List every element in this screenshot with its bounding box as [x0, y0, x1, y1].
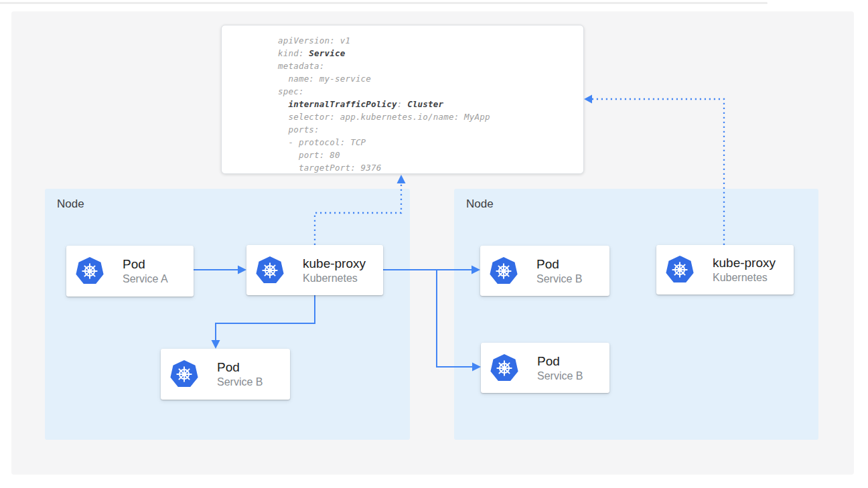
card-subtitle: Service B [536, 272, 582, 286]
yaml-line: targetPort: 9376 [278, 161, 583, 174]
node-label: Node [466, 197, 494, 211]
card-title: kube-proxy [713, 255, 776, 270]
yaml-line: selector: app.kubernetes.io/name: MyApp [278, 110, 583, 123]
yaml-line: name: my-service [278, 72, 583, 85]
card-subtitle: Kubernetes [713, 270, 776, 284]
card-subtitle: Service A [123, 272, 168, 286]
card-subtitle: Service B [537, 369, 583, 383]
pod-card-service-a: Pod Service A [66, 246, 194, 297]
kubernetes-icon [169, 359, 199, 389]
yaml-line: kind: Service [278, 47, 583, 60]
diagram-canvas: apiVersion: v1 kind: Service metadata: n… [0, 0, 868, 488]
yaml-line: apiVersion: v1 [278, 34, 583, 47]
node-left: Node [45, 189, 410, 440]
kubernetes-icon [490, 353, 519, 383]
card-title: kube-proxy [303, 256, 366, 271]
kubernetes-icon [75, 256, 104, 286]
card-title: Pod [123, 256, 168, 272]
top-divider [0, 2, 768, 4]
card-subtitle: Kubernetes [303, 271, 366, 285]
kubernetes-icon [489, 256, 518, 286]
card-title: Pod [536, 256, 582, 272]
card-title: Pod [537, 353, 583, 369]
service-yaml-code-block: apiVersion: v1 kind: Service metadata: n… [221, 25, 584, 174]
pod-card-service-b-right-bottom: Pod Service B [481, 343, 609, 393]
card-title: Pod [217, 359, 263, 375]
pod-card-service-b-right-top: Pod Service B [480, 246, 609, 296]
yaml-line-internal-traffic-policy: internalTrafficPolicy: Cluster [278, 98, 583, 110]
yaml-line: - protocol: TCP [278, 136, 583, 149]
yaml-line: spec: [278, 85, 583, 98]
kubernetes-icon [665, 255, 695, 284]
card-subtitle: Service B [217, 375, 263, 389]
kube-proxy-card-right: kube-proxy Kubernetes [656, 245, 794, 295]
kubernetes-icon [255, 256, 285, 285]
node-label: Node [57, 197, 84, 211]
yaml-line: ports: [278, 123, 583, 136]
yaml-line: metadata: [278, 60, 583, 72]
pod-card-service-b-left: Pod Service B [161, 349, 290, 400]
yaml-line: port: 80 [278, 149, 583, 161]
node-right: Node [454, 189, 818, 440]
kube-proxy-card-left: kube-proxy Kubernetes [246, 245, 383, 295]
